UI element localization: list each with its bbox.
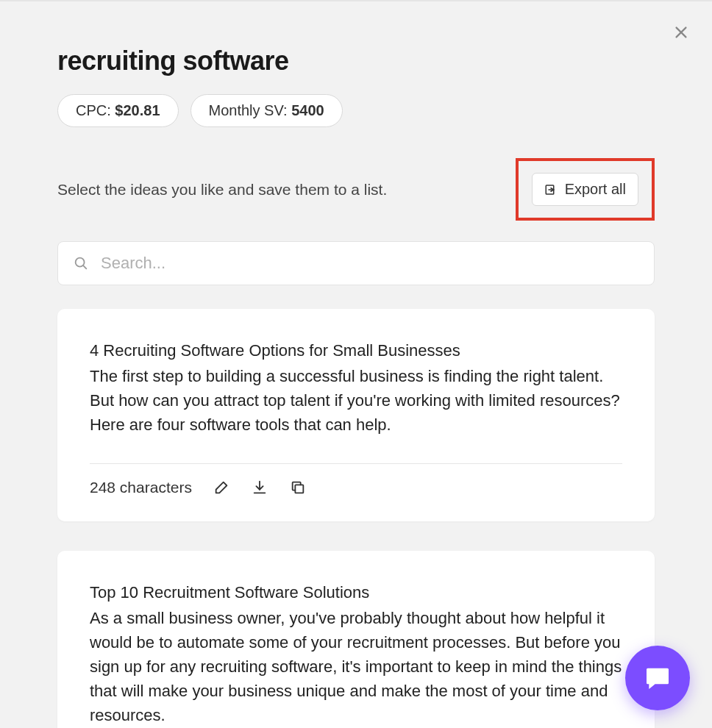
page-title: recruiting software [57, 46, 655, 76]
pencil-icon [213, 479, 229, 496]
idea-body: The first step to building a successful … [90, 364, 622, 437]
metric-pills: CPC: $20.81 Monthly SV: 5400 [57, 94, 655, 127]
chat-fab[interactable] [625, 646, 690, 710]
page-container: recruiting software CPC: $20.81 Monthly … [0, 1, 712, 728]
download-icon [252, 479, 268, 496]
search-icon [73, 255, 89, 271]
export-icon [544, 183, 558, 196]
export-highlight-box: Export all [516, 158, 655, 221]
cpc-label: CPC: [76, 102, 115, 118]
idea-card: 4 Recruiting Software Options for Small … [57, 309, 655, 521]
card-divider [90, 463, 622, 464]
idea-body: As a small business owner, you've probab… [90, 606, 622, 727]
idea-title: Top 10 Recruitment Software Solutions [90, 580, 622, 604]
close-icon [673, 24, 689, 40]
sv-label: Monthly SV: [209, 102, 292, 118]
copy-button[interactable] [289, 479, 307, 496]
cpc-value: $20.81 [115, 102, 160, 118]
svg-rect-8 [295, 485, 303, 493]
copy-icon [290, 479, 306, 496]
search-box[interactable] [57, 241, 655, 285]
card-action-icons [213, 479, 307, 496]
svg-line-5 [83, 265, 86, 268]
sv-value: 5400 [291, 102, 324, 118]
chat-icon [643, 663, 672, 693]
export-all-label: Export all [565, 181, 626, 198]
idea-title: 4 Recruiting Software Options for Small … [90, 338, 622, 363]
instruction-row: Select the ideas you like and save them … [57, 158, 655, 221]
instruction-text: Select the ideas you like and save them … [57, 181, 387, 199]
close-button[interactable] [671, 22, 691, 43]
edit-button[interactable] [213, 479, 230, 496]
download-button[interactable] [251, 479, 268, 496]
idea-card: Top 10 Recruitment Software Solutions As… [57, 551, 655, 728]
sv-pill: Monthly SV: 5400 [191, 94, 343, 127]
export-all-button[interactable]: Export all [532, 173, 638, 206]
card-footer: 248 characters [90, 479, 622, 496]
cpc-pill: CPC: $20.81 [57, 94, 179, 127]
search-input[interactable] [101, 254, 639, 273]
character-count: 248 characters [90, 479, 192, 496]
